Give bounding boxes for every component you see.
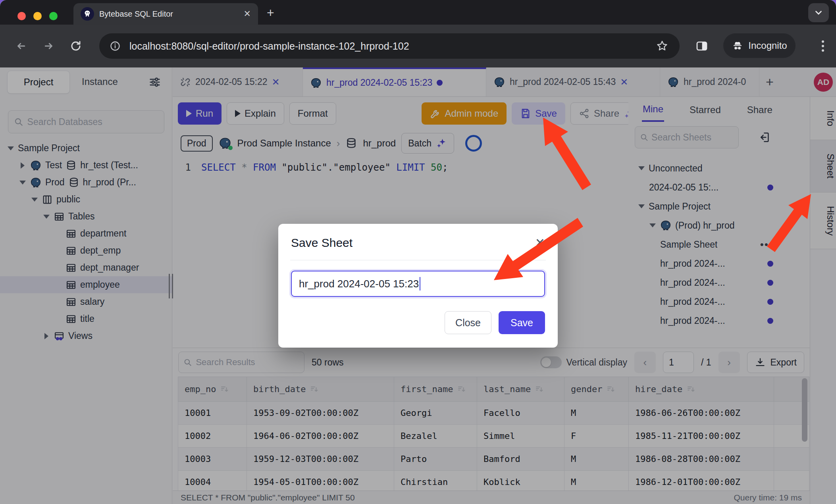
browser-toolbar: localhost:8080/sql-editor/prod-sample-in… — [0, 25, 836, 67]
bytebase-favicon-icon — [81, 7, 94, 21]
browser-tabstrip: Bytebase SQL Editor ✕ + — [0, 0, 836, 25]
back-icon[interactable] — [15, 40, 27, 52]
dialog-save-button[interactable]: Save — [499, 311, 545, 334]
incognito-hat-icon — [732, 40, 744, 52]
sheet-name-value: hr_prod 2024-02-05 15:23 — [299, 278, 419, 290]
tab-search-chevron-button[interactable] — [808, 3, 829, 22]
browser-window: Bytebase SQL Editor ✕ + localhost:8080/s… — [0, 0, 836, 504]
forward-icon[interactable] — [43, 40, 55, 52]
window-close-button[interactable] — [17, 12, 26, 20]
save-sheet-dialog: Save Sheet ✕ hr_prod 2024-02-05 15:23 Cl… — [278, 224, 558, 348]
dialog-close-button[interactable]: Close — [445, 311, 491, 334]
sheet-name-input[interactable]: hr_prod 2024-02-05 15:23 — [291, 271, 545, 297]
browser-menu-icon[interactable] — [817, 39, 829, 53]
window-zoom-button[interactable] — [49, 12, 58, 20]
dialog-title: Save Sheet — [291, 236, 353, 250]
browser-new-tab-button[interactable]: + — [267, 6, 274, 20]
browser-tab[interactable]: Bytebase SQL Editor ✕ — [73, 3, 258, 25]
dialog-divider — [290, 260, 546, 260]
window-minimize-button[interactable] — [33, 12, 42, 20]
url-bar[interactable]: localhost:8080/sql-editor/prod-sample-in… — [99, 33, 680, 59]
browser-tab-close-icon[interactable]: ✕ — [244, 10, 251, 18]
incognito-badge: Incognito — [723, 33, 796, 58]
screenshot-stage: Bytebase SQL Editor ✕ + localhost:8080/s… — [0, 0, 836, 504]
side-panel-icon[interactable] — [695, 40, 708, 52]
dialog-close-icon[interactable]: ✕ — [535, 236, 545, 250]
url-text: localhost:8080/sql-editor/prod-sample-in… — [129, 40, 409, 52]
browser-tab-title: Bytebase SQL Editor — [99, 10, 239, 19]
incognito-label: Incognito — [748, 40, 787, 51]
text-cursor — [420, 277, 420, 290]
reload-icon[interactable] — [70, 40, 82, 52]
site-info-icon[interactable] — [110, 40, 121, 52]
bookmark-star-icon[interactable] — [656, 40, 668, 52]
